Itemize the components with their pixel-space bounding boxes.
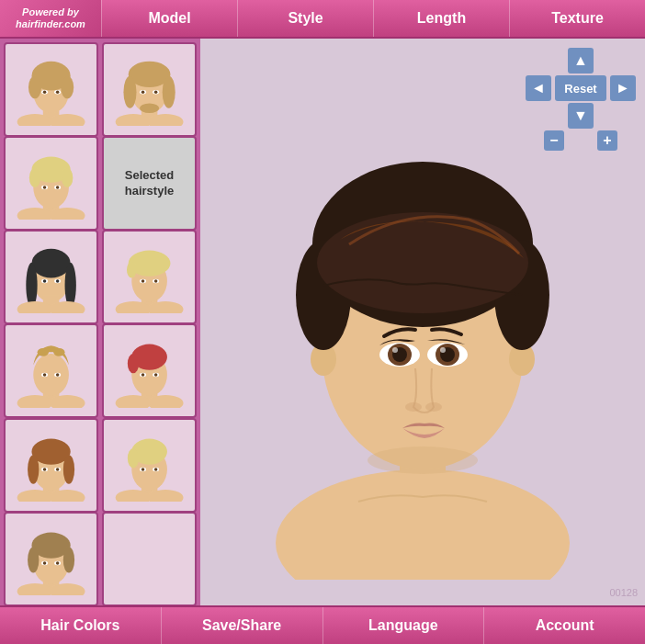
zoom-row: − + — [544, 130, 617, 151]
svg-point-58 — [33, 355, 69, 397]
save-share-button[interactable]: Save/Share — [162, 607, 323, 644]
svg-point-29 — [62, 168, 73, 187]
preview-area: ▲ ◄ Reset ► ▼ − + — [200, 39, 645, 605]
svg-point-119 — [392, 347, 398, 353]
svg-point-35 — [31, 249, 70, 278]
tab-length[interactable]: Length — [373, 0, 509, 37]
svg-point-42 — [43, 279, 47, 283]
svg-point-74 — [154, 374, 158, 378]
hairstyle-sidebar: Selected hairstyle — [0, 39, 200, 605]
hairstyle-thumb-6[interactable] — [102, 230, 197, 324]
logo: Powered byhairfinder.com — [0, 0, 101, 37]
logo-text: Powered byhairfinder.com — [16, 6, 85, 30]
hairstyle-thumb-5[interactable] — [4, 230, 98, 324]
svg-point-125 — [425, 402, 442, 412]
svg-point-22 — [154, 90, 158, 94]
down-row: ▼ — [538, 103, 623, 129]
svg-point-20 — [141, 90, 145, 94]
svg-point-93 — [141, 468, 145, 471]
tab-style[interactable]: Style — [237, 0, 373, 37]
svg-point-16 — [123, 76, 136, 108]
svg-point-85 — [56, 468, 60, 471]
svg-point-10 — [56, 90, 60, 94]
svg-point-91 — [128, 448, 139, 468]
svg-point-17 — [163, 76, 175, 108]
svg-point-95 — [154, 468, 158, 471]
svg-point-8 — [43, 90, 47, 94]
nav-tabs: Model Style Length Texture — [101, 0, 645, 37]
svg-point-52 — [141, 279, 145, 283]
svg-point-18 — [140, 103, 159, 113]
move-left-button[interactable]: ◄ — [526, 75, 551, 101]
up-row: ▲ — [538, 48, 623, 73]
svg-point-70 — [128, 355, 139, 374]
hairstyle-thumb-11[interactable] — [4, 512, 98, 605]
svg-point-123 — [440, 347, 446, 353]
navigation-controls: ▲ ◄ Reset ► ▼ − + — [526, 48, 636, 151]
svg-point-64 — [56, 374, 60, 378]
svg-point-31 — [43, 186, 47, 189]
svg-point-124 — [405, 402, 422, 412]
svg-point-81 — [63, 455, 74, 484]
hairstyle-thumb-9[interactable] — [4, 418, 98, 513]
hairstyle-thumb-8[interactable] — [102, 323, 197, 418]
move-up-button[interactable]: ▲ — [568, 48, 594, 73]
svg-point-50 — [127, 262, 137, 278]
svg-point-101 — [28, 547, 39, 572]
svg-point-72 — [141, 374, 145, 378]
watermark: 00128 — [609, 587, 638, 598]
hairstyle-thumb-7[interactable] — [4, 323, 98, 418]
svg-point-5 — [28, 76, 41, 99]
svg-point-62 — [43, 374, 47, 378]
hair-colors-button[interactable]: Hair Colors — [0, 607, 162, 644]
tab-texture[interactable]: Texture — [509, 0, 645, 37]
svg-point-115 — [317, 212, 528, 313]
move-down-button[interactable]: ▼ — [568, 103, 594, 129]
svg-point-44 — [56, 279, 60, 283]
top-navigation: Powered byhairfinder.com Model Style Len… — [0, 0, 645, 39]
language-button[interactable]: Language — [323, 607, 485, 644]
svg-point-106 — [56, 561, 60, 565]
hairstyle-thumb-2[interactable] — [102, 42, 197, 137]
mid-row: ◄ Reset ► — [526, 75, 636, 101]
selected-hairstyle-label: Selected hairstyle — [104, 168, 195, 199]
bottom-bar: Hair Colors Save/Share Language Account — [0, 605, 645, 644]
main-area: Selected hairstyle — [0, 39, 645, 605]
svg-point-83 — [43, 468, 47, 471]
svg-point-36 — [26, 263, 37, 308]
svg-point-126 — [368, 446, 478, 474]
zoom-out-button[interactable]: − — [544, 130, 564, 151]
tab-model[interactable]: Model — [101, 0, 237, 37]
hairstyle-thumb-10[interactable] — [102, 418, 197, 513]
svg-point-33 — [56, 186, 60, 189]
hairstyle-thumb-3[interactable] — [4, 136, 98, 231]
move-right-button[interactable]: ► — [610, 75, 636, 101]
selected-hairstyle-placeholder[interactable]: Selected hairstyle — [102, 136, 197, 231]
hairstyle-thumb-1[interactable] — [4, 42, 98, 137]
account-button[interactable]: Account — [484, 607, 645, 644]
svg-point-80 — [28, 455, 39, 484]
svg-point-102 — [63, 547, 74, 572]
svg-point-54 — [154, 279, 158, 283]
svg-point-28 — [29, 168, 40, 187]
svg-point-60 — [53, 348, 64, 356]
reset-button[interactable]: Reset — [555, 75, 606, 101]
svg-point-6 — [61, 76, 74, 99]
zoom-in-button[interactable]: + — [597, 130, 617, 151]
svg-point-59 — [38, 348, 49, 356]
hairstyle-thumb-12[interactable] — [102, 512, 197, 605]
svg-point-104 — [43, 561, 47, 565]
svg-point-37 — [64, 263, 75, 308]
